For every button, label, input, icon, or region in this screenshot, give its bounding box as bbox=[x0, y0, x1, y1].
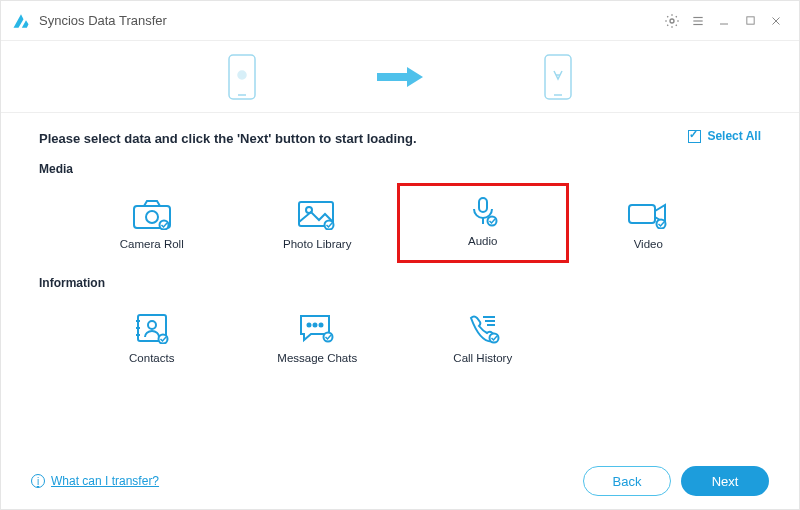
item-label: Audio bbox=[468, 235, 497, 247]
svg-point-0 bbox=[670, 19, 674, 23]
item-label: Message Chats bbox=[277, 352, 357, 364]
select-all-checkbox-icon bbox=[688, 130, 701, 143]
app-title: Syncios Data Transfer bbox=[39, 13, 167, 28]
empty-cell bbox=[566, 300, 732, 374]
svg-point-14 bbox=[146, 211, 158, 223]
information-grid: Contacts Message Chats Call History bbox=[69, 300, 731, 374]
item-camera-roll[interactable]: Camera Roll bbox=[69, 186, 235, 260]
item-label: Call History bbox=[453, 352, 512, 364]
svg-rect-22 bbox=[629, 205, 655, 223]
chat-icon bbox=[285, 306, 349, 350]
svg-point-23 bbox=[657, 220, 666, 229]
svg-point-37 bbox=[489, 334, 498, 343]
select-all-label: Select All bbox=[707, 129, 761, 143]
svg-rect-11 bbox=[545, 55, 571, 99]
minimize-icon[interactable] bbox=[711, 8, 737, 34]
svg-point-31 bbox=[314, 324, 317, 327]
svg-point-9 bbox=[238, 71, 246, 79]
arrow-right-icon bbox=[377, 67, 423, 87]
instruction-text: Please select data and click the 'Next' … bbox=[39, 131, 761, 146]
item-label: Video bbox=[634, 238, 663, 250]
svg-point-18 bbox=[325, 221, 334, 230]
svg-point-21 bbox=[487, 217, 496, 226]
svg-point-28 bbox=[148, 321, 156, 329]
svg-point-33 bbox=[324, 333, 333, 342]
next-button[interactable]: Next bbox=[681, 466, 769, 496]
photo-icon bbox=[285, 192, 349, 236]
item-message-chats[interactable]: Message Chats bbox=[235, 300, 401, 374]
back-button-label: Back bbox=[613, 474, 642, 489]
item-audio[interactable]: Audio bbox=[397, 183, 569, 263]
settings-icon[interactable] bbox=[659, 8, 685, 34]
info-icon: i bbox=[31, 474, 45, 488]
call-history-icon bbox=[451, 306, 515, 350]
svg-rect-19 bbox=[479, 198, 487, 212]
maximize-icon[interactable] bbox=[737, 8, 763, 34]
item-label: Photo Library bbox=[283, 238, 351, 250]
next-button-label: Next bbox=[712, 474, 739, 489]
item-video[interactable]: Video bbox=[566, 186, 732, 260]
item-call-history[interactable]: Call History bbox=[400, 300, 566, 374]
item-label: Contacts bbox=[129, 352, 174, 364]
target-phone-icon bbox=[543, 53, 573, 101]
close-icon[interactable] bbox=[763, 8, 789, 34]
titlebar: Syncios Data Transfer bbox=[1, 1, 799, 41]
main-content: Please select data and click the 'Next' … bbox=[1, 113, 799, 453]
select-all-toggle[interactable]: Select All bbox=[688, 129, 761, 143]
back-button[interactable]: Back bbox=[583, 466, 671, 496]
media-grid: Camera Roll Photo Library Audio Video bbox=[69, 186, 731, 260]
video-icon bbox=[616, 192, 680, 236]
section-label-information: Information bbox=[39, 276, 761, 290]
transfer-direction-header bbox=[1, 41, 799, 113]
menu-icon[interactable] bbox=[685, 8, 711, 34]
app-logo-icon bbox=[11, 11, 31, 31]
camera-icon bbox=[120, 192, 184, 236]
item-photo-library[interactable]: Photo Library bbox=[235, 186, 401, 260]
svg-point-15 bbox=[159, 221, 168, 230]
contacts-icon bbox=[120, 306, 184, 350]
svg-point-29 bbox=[158, 335, 167, 344]
svg-point-30 bbox=[308, 324, 311, 327]
help-link-label: What can I transfer? bbox=[51, 474, 159, 488]
footer: i What can I transfer? Back Next bbox=[1, 453, 799, 509]
item-contacts[interactable]: Contacts bbox=[69, 300, 235, 374]
svg-rect-5 bbox=[746, 17, 753, 24]
help-link[interactable]: i What can I transfer? bbox=[31, 474, 159, 488]
section-label-media: Media bbox=[39, 162, 761, 176]
item-label: Camera Roll bbox=[120, 238, 184, 250]
svg-point-32 bbox=[320, 324, 323, 327]
source-phone-icon bbox=[227, 53, 257, 101]
microphone-icon bbox=[451, 189, 515, 233]
